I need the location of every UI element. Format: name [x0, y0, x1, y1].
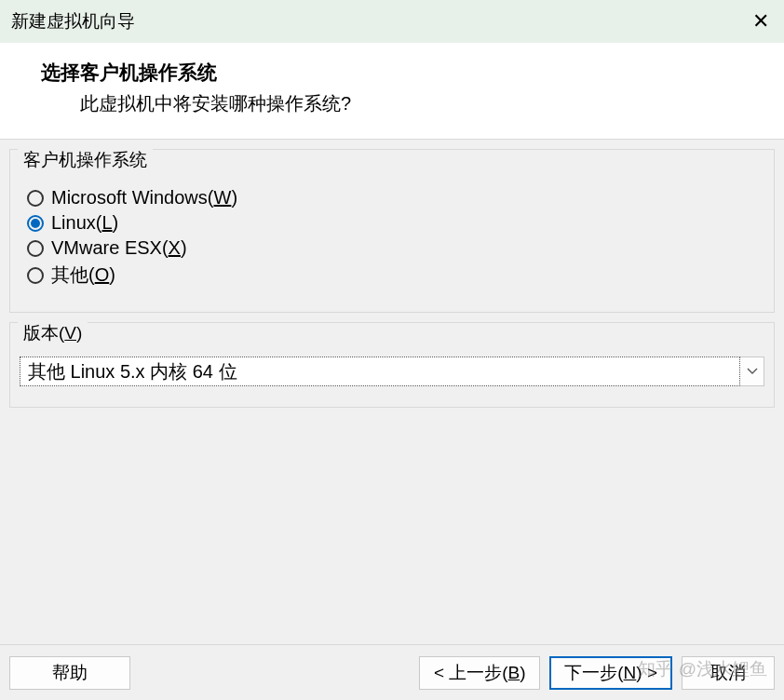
back-button[interactable]: < 上一步(B) [419, 656, 540, 690]
radio-icon [27, 267, 44, 284]
guest-os-legend: 客户机操作系统 [18, 148, 153, 172]
version-group: 版本(V) 其他 Linux 5.x 内核 64 位 [9, 322, 775, 408]
cancel-button[interactable]: 取消 [682, 656, 775, 690]
radio-icon [27, 215, 44, 232]
wizard-footer: 帮助 < 上一步(B) 下一步(N) > 取消 [0, 644, 784, 700]
wizard-body: 客户机操作系统 Microsoft Windows(W) Linux(L) VM… [0, 140, 784, 652]
version-dropdown[interactable]: 其他 Linux 5.x 内核 64 位 [20, 357, 764, 386]
os-option-windows[interactable]: Microsoft Windows(W) [27, 187, 757, 209]
wizard-header: 选择客户机操作系统 此虚拟机中将安装哪种操作系统? [0, 43, 784, 140]
radio-icon [27, 190, 44, 207]
page-subheading: 此虚拟机中将安装哪种操作系统? [41, 91, 762, 116]
os-option-linux[interactable]: Linux(L) [27, 212, 757, 234]
radio-label: 其他(O) [51, 262, 115, 288]
chevron-down-icon [740, 357, 764, 386]
page-heading: 选择客户机操作系统 [41, 60, 762, 86]
radio-label: VMware ESX(X) [51, 237, 187, 259]
radio-label: Microsoft Windows(W) [51, 187, 237, 209]
os-option-vmware-esx[interactable]: VMware ESX(X) [27, 237, 757, 259]
version-dropdown-value: 其他 Linux 5.x 内核 64 位 [20, 357, 740, 386]
radio-label: Linux(L) [51, 212, 118, 234]
help-button[interactable]: 帮助 [9, 656, 130, 690]
radio-icon [27, 240, 44, 257]
os-option-other[interactable]: 其他(O) [27, 262, 757, 288]
version-legend: 版本(V) [18, 321, 88, 345]
close-icon[interactable]: ✕ [752, 11, 769, 32]
next-button[interactable]: 下一步(N) > [549, 656, 672, 690]
guest-os-group: 客户机操作系统 Microsoft Windows(W) Linux(L) VM… [9, 149, 775, 313]
titlebar: 新建虚拟机向导 ✕ [0, 0, 784, 43]
window-title: 新建虚拟机向导 [11, 9, 135, 34]
